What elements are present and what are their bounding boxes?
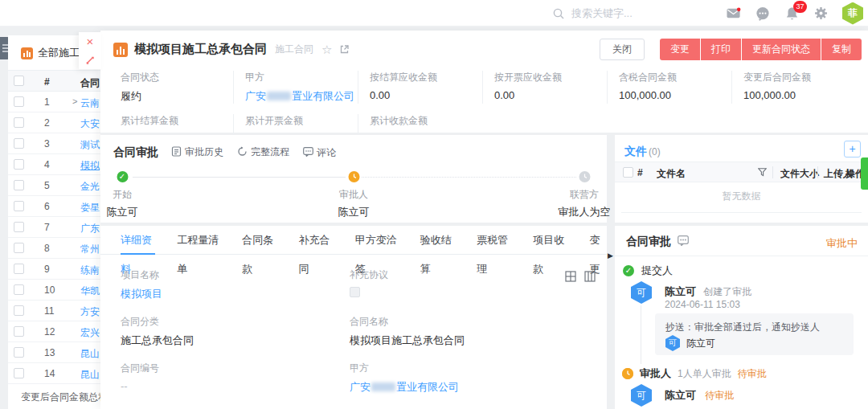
contract-list-row[interactable]: 11方安 bbox=[8, 301, 101, 321]
flow-link-comment[interactable]: 评论 bbox=[303, 146, 336, 160]
contract-link[interactable]: 测试 bbox=[80, 138, 100, 152]
row-checkbox[interactable] bbox=[14, 180, 24, 190]
cc-person: 可 陈立可 bbox=[665, 335, 715, 351]
approver-name: 陈立可 bbox=[665, 389, 696, 401]
filter-funnel-icon[interactable] bbox=[758, 168, 767, 179]
summary-cell: 含税合同金额100,000.00 bbox=[607, 71, 731, 104]
header-action-button[interactable]: 复制 bbox=[821, 39, 862, 60]
clock-icon bbox=[579, 171, 590, 182]
row-checkbox[interactable] bbox=[14, 326, 24, 337]
contract-list-row[interactable]: 10华凯 bbox=[8, 280, 101, 301]
row-checkbox[interactable] bbox=[14, 201, 24, 211]
row-checkbox[interactable] bbox=[14, 264, 24, 274]
contract-link[interactable]: 练南 bbox=[80, 264, 100, 277]
row-checkbox[interactable] bbox=[14, 96, 24, 107]
files-select-all-checkbox[interactable] bbox=[623, 167, 633, 178]
chat-icon[interactable] bbox=[755, 6, 770, 21]
column-view-icon[interactable] bbox=[584, 271, 596, 282]
comment-icon[interactable] bbox=[678, 235, 689, 248]
contract-list-row[interactable]: 5金光 bbox=[8, 175, 101, 196]
panel-collapse-arrow-icon[interactable]: ▶ bbox=[608, 252, 613, 260]
field-value: 模拟项目施工总承包合同 bbox=[350, 333, 587, 348]
contract-link[interactable]: 模拟 bbox=[80, 159, 100, 173]
tab-3[interactable]: 补充合同 bbox=[298, 226, 333, 255]
detail-tabs-section: 详细资料工程量清单合同条款补充合同甲方变洽签验收结算票税管理项目收款变更 项目名… bbox=[100, 226, 607, 409]
row-checkbox[interactable] bbox=[14, 305, 24, 316]
expand-chevron-icon[interactable]: > bbox=[72, 96, 77, 106]
flow-link-history[interactable]: 审批历史 bbox=[171, 145, 223, 159]
tab-7[interactable]: 项目收款 bbox=[533, 226, 567, 255]
tab-8[interactable]: 变更 bbox=[589, 226, 607, 255]
tab-6[interactable]: 票税管理 bbox=[477, 226, 511, 255]
contract-link[interactable]: 娄星 bbox=[80, 201, 100, 215]
contract-link[interactable]: 云南 bbox=[80, 96, 100, 110]
field-label: 合同名称 bbox=[350, 315, 587, 329]
contract-list-row[interactable]: 14昆山 bbox=[8, 363, 101, 384]
contract-link[interactable]: 昆山 bbox=[80, 368, 100, 382]
summary-value[interactable]: 广安置业有限公司 bbox=[245, 89, 358, 104]
contract-list-row[interactable]: 6娄星 bbox=[8, 196, 101, 217]
side-tag-handle[interactable] bbox=[861, 157, 868, 190]
expand-drawer-button[interactable] bbox=[79, 51, 101, 69]
row-checkbox[interactable] bbox=[14, 284, 24, 295]
contract-list-row[interactable]: 2大安 bbox=[8, 112, 101, 133]
tab-5[interactable]: 验收结算 bbox=[420, 226, 455, 255]
contract-type-tag: 施工合同 bbox=[275, 43, 313, 56]
flow-link-cycle[interactable]: 完整流程 bbox=[237, 145, 289, 159]
check-icon: ✓ bbox=[623, 265, 634, 276]
field-value-link[interactable]: 广安置业有限公司 bbox=[350, 380, 587, 395]
files-size-header: 文件大小 bbox=[780, 167, 819, 181]
contract-list-row[interactable]: 12宏兴 bbox=[8, 321, 101, 342]
contract-list-row[interactable]: 7广东 bbox=[8, 217, 101, 238]
header-action-button[interactable]: 打印 bbox=[701, 39, 741, 60]
flow-node-name: 审批人为空 bbox=[559, 205, 611, 219]
contract-link[interactable]: 昆山 bbox=[80, 347, 100, 361]
row-index: 1 bbox=[44, 96, 50, 108]
contract-list-row[interactable]: 8常州 bbox=[8, 238, 101, 259]
gear-icon[interactable] bbox=[813, 6, 828, 21]
contract-list-row[interactable]: 3测试 bbox=[8, 133, 101, 154]
row-checkbox[interactable] bbox=[14, 368, 24, 378]
global-search-input[interactable]: 搜索关键字... bbox=[553, 0, 633, 27]
contract-link[interactable]: 华凯 bbox=[80, 284, 100, 298]
row-checkbox[interactable] bbox=[14, 222, 24, 232]
contract-link[interactable]: 金光 bbox=[80, 180, 100, 194]
row-checkbox[interactable] bbox=[14, 243, 24, 253]
close-button[interactable]: 关闭 bbox=[600, 39, 645, 60]
summary-cell: 按开票应收金额0.00 bbox=[482, 71, 607, 104]
contract-link[interactable]: 宏兴 bbox=[80, 326, 100, 340]
contract-list-row[interactable]: 1>云南 bbox=[8, 92, 101, 112]
tab-4[interactable]: 甲方变洽签 bbox=[355, 226, 399, 255]
header-action-button[interactable]: 更新合同状态 bbox=[742, 39, 821, 60]
grid-view-icon[interactable] bbox=[565, 271, 576, 282]
bell-icon[interactable]: 37 bbox=[784, 6, 799, 21]
favorite-star-icon[interactable]: ☆ bbox=[321, 43, 332, 57]
tab-1[interactable]: 工程量清单 bbox=[177, 226, 220, 255]
contract-link[interactable]: 方安 bbox=[80, 305, 100, 319]
contract-link[interactable]: 广东 bbox=[80, 222, 100, 235]
approver-row: 陈立可 待审批 bbox=[665, 388, 734, 403]
mail-icon[interactable] bbox=[727, 6, 741, 21]
header-action-button[interactable]: 变更 bbox=[660, 39, 700, 60]
row-checkbox[interactable] bbox=[14, 159, 24, 170]
tab-0[interactable]: 详细资料 bbox=[121, 226, 155, 255]
contract-list-row[interactable]: 4模拟 bbox=[8, 154, 101, 175]
close-drawer-button[interactable]: × bbox=[79, 32, 101, 51]
contract-link[interactable]: 常州 bbox=[80, 243, 100, 256]
contract-list-row[interactable]: 9练南 bbox=[8, 259, 101, 280]
row-checkbox[interactable] bbox=[14, 138, 24, 149]
row-index: 10 bbox=[44, 284, 55, 296]
summary-label: 按开票应收金额 bbox=[494, 71, 607, 84]
cc-note-text: 抄送：审批全部通过后，通知抄送人 bbox=[665, 321, 820, 334]
field-value[interactable]: 模拟项目 bbox=[121, 287, 350, 301]
add-file-button[interactable]: + bbox=[844, 141, 861, 157]
flow-line-solid bbox=[133, 177, 346, 178]
contract-list-row[interactable]: 13昆山 bbox=[8, 342, 101, 363]
contract-link[interactable]: 大安 bbox=[80, 117, 100, 131]
row-checkbox[interactable] bbox=[14, 117, 24, 128]
select-all-checkbox[interactable] bbox=[14, 76, 24, 86]
user-avatar[interactable]: 菲 bbox=[842, 2, 863, 25]
open-external-icon[interactable] bbox=[339, 44, 350, 55]
tab-2[interactable]: 合同条款 bbox=[242, 226, 276, 255]
row-checkbox[interactable] bbox=[14, 347, 24, 358]
